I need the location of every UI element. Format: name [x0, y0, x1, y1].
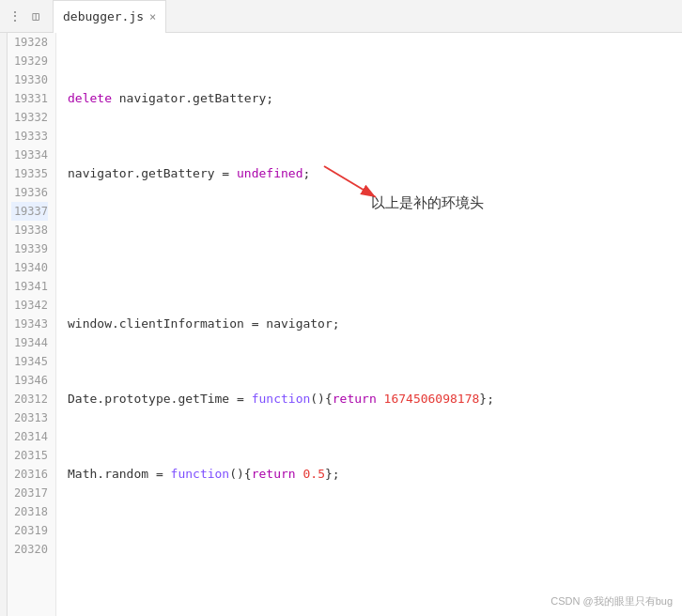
line-num-20317: 20317: [11, 484, 48, 502]
layout-icon[interactable]: ◫: [28, 8, 43, 23]
code-text: navigator.getBattery;: [119, 89, 273, 108]
watermark: CSDN @我的眼里只有bug: [550, 594, 673, 608]
line-num-19341: 19341: [11, 277, 48, 296]
code-lines: delete navigator.getBattery; navigator.g…: [56, 33, 682, 616]
line-num-19339: 19339: [11, 239, 48, 258]
line-num-19330: 19330: [11, 70, 48, 89]
line-num-19331: 19331: [11, 89, 48, 108]
line-19328: delete navigator.getBattery;: [68, 89, 682, 108]
line-num-19342: 19342: [11, 296, 48, 315]
code-text: navigator.getBattery = undefined;: [68, 164, 310, 183]
line-num-19344: 19344: [11, 333, 48, 352]
left-gutter: [0, 33, 8, 616]
line-num-19343: 19343: [11, 315, 48, 333]
line-num-19333: 19333: [11, 127, 48, 146]
line-num-19332: 19332: [11, 108, 48, 127]
line-num-20320: 20320: [11, 540, 48, 559]
code-text: window.clientInformation = navigator;: [68, 315, 340, 333]
line-num-19336: 19336: [11, 183, 48, 202]
line-num-20318: 20318: [11, 502, 48, 521]
line-num-19346: 19346: [11, 371, 48, 390]
line-num-19337: 19337: [11, 202, 48, 221]
line-num-19338: 19338: [11, 221, 48, 239]
line-19329: navigator.getBattery = undefined;: [68, 164, 682, 183]
code-area: 19328 19329 19330 19331 19332 19333 1933…: [0, 33, 682, 616]
line-num-19329: 19329: [11, 52, 48, 70]
tab-bar: ⋮ ◫ debugger.js ×: [0, 0, 682, 33]
line-19334: [68, 540, 682, 559]
kw-delete: delete: [68, 89, 112, 108]
line-num-20313: 20313: [11, 408, 48, 427]
close-icon[interactable]: ×: [149, 10, 156, 23]
code-text: Date.prototype.getTime = function(){retu…: [68, 390, 494, 408]
code-content: 19328 19329 19330 19331 19332 19333 1933…: [8, 33, 682, 616]
tab-debugger[interactable]: debugger.js ×: [53, 0, 166, 33]
line-num-20312: 20312: [11, 390, 48, 408]
line-19330: [68, 239, 682, 258]
line-numbers: 19328 19329 19330 19331 19332 19333 1933…: [8, 33, 56, 616]
line-num-19335: 19335: [11, 164, 48, 183]
tab-bar-icons: ⋮ ◫: [8, 8, 43, 23]
line-num-20315: 20315: [11, 446, 48, 465]
line-num-19340: 19340: [11, 258, 48, 277]
line-19333: Math.random = function(){return 0.5};: [68, 465, 682, 484]
sidebar-toggle-icon[interactable]: ⋮: [8, 8, 23, 23]
line-19331: window.clientInformation = navigator;: [68, 315, 682, 333]
line-num-19328: 19328: [11, 33, 48, 52]
line-19332: Date.prototype.getTime = function(){retu…: [68, 390, 682, 408]
line-num-20316: 20316: [11, 465, 48, 484]
code-wrapper: delete navigator.getBattery; navigator.g…: [56, 33, 682, 616]
code-text: Math.random = function(){return 0.5};: [68, 465, 340, 484]
line-num-19345: 19345: [11, 352, 48, 371]
tab-label: debugger.js: [63, 9, 144, 23]
line-num-19334: 19334: [11, 146, 48, 164]
line-num-20319: 20319: [11, 521, 48, 540]
line-num-20314: 20314: [11, 427, 48, 446]
